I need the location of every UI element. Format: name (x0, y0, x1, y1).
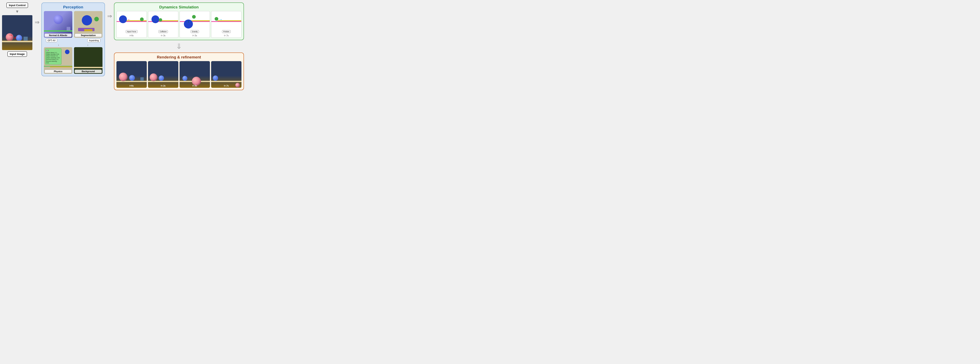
arrow-down-1: ↓ (58, 43, 59, 46)
rendering-panel: Rendering & refinement t=0s (114, 53, 244, 90)
physics-text: [Object Mass]: 0.1; [Object Density]: 0.… (46, 52, 60, 64)
input-control-box: Input Control (6, 2, 28, 8)
connector-row: GPT-4V Inpainting (44, 38, 102, 42)
rf2-timestamp: t=.5s (192, 85, 197, 87)
df3-pink-line (212, 21, 241, 22)
df3-friction-arrow-icon: → (219, 18, 223, 22)
rf0-shelf (116, 81, 147, 82)
df0-green-ball (140, 18, 144, 21)
dynamics-frame-0: ← Input Force t=0s (116, 11, 147, 38)
df2-timestamp: t=.5s (192, 34, 197, 37)
dynamics-frame-3: → Friction t=.7s (211, 11, 242, 38)
gpt4v-connector: GPT-4V (46, 38, 57, 42)
rf3-shelf (211, 81, 242, 82)
df2-green-ball (192, 15, 196, 19)
inpainting-connector: Inpainting (88, 38, 100, 42)
df0-timestamp: t=0s (130, 34, 134, 37)
rendering-frames: t=0s t=.3s t=.5s (116, 61, 242, 88)
render-frame-1: t=.3s (148, 61, 178, 88)
dynamics-frame-2: ↓ Gravity t=.5s (180, 11, 210, 38)
rf0-blue-ball (129, 75, 135, 81)
input-panel: Input Control ▼ ← ↙ Input Image (2, 2, 32, 57)
bg-shelf (74, 67, 102, 68)
render-frame-3: t=.7s (211, 61, 242, 88)
rf2-pink-ball (192, 77, 201, 86)
dynamics-frame-1: Collision t=.3s (148, 11, 178, 38)
arrows-down-row: ↓ ↓ (44, 43, 102, 46)
df0-blue-ball (119, 15, 127, 23)
perception-grid: Normal & Albedo Segmentation (44, 11, 102, 38)
right-arrow-to-dynamics: ⇒ (107, 2, 112, 19)
perception-cell-physics: 🤖: [Object Mass]: 0.1; [Object Density]:… (44, 47, 72, 74)
perception-title: Perception (44, 5, 102, 10)
rf0-pink-ball (119, 73, 127, 81)
normal-box (67, 27, 70, 30)
normal-albedo-label: Normal & Albedo (45, 34, 72, 37)
rf1-blue-ball (159, 75, 164, 81)
perception-cell-seg: Segmentation (74, 11, 102, 38)
input-image-label: Input Image (7, 51, 27, 57)
dynamics-panel: Dynamics Simulation ← Input Force t=0s (114, 2, 244, 40)
df0-physics-label: Input Force (126, 30, 138, 33)
perception-cell-bg: Background (74, 47, 102, 74)
right-arrow-to-perception: ⇒ (35, 2, 39, 26)
df2-gravity-arrow-icon: ↓ (188, 19, 189, 23)
df2-physics-label: Gravity (191, 30, 199, 33)
perception-panel: Perception Normal & Albedo Segmentation … (41, 2, 105, 76)
red-arrow-icon: ← (8, 32, 13, 38)
df3-timestamp: t=.7s (224, 34, 229, 37)
physics-label: Physics (45, 70, 72, 73)
seg-yellow-rect (84, 29, 92, 31)
vertical-arrow-icon: ⇓ (114, 43, 244, 50)
down-arrow-icon: ▼ (15, 9, 19, 14)
segmentation-label: Segmentation (75, 34, 102, 37)
dynamics-frames: ← Input Force t=0s Collision t=.3s (116, 11, 242, 38)
red-arrow2-icon: ↙ (14, 35, 17, 39)
df3-physics-label: Friction (222, 30, 231, 33)
normal-ball (54, 15, 63, 24)
perception-cell-normal: Normal & Albedo (44, 11, 72, 38)
rf1-timestamp: t=.3s (161, 85, 165, 87)
rf3-blue-ball (213, 75, 218, 81)
rf2-blue-ball (183, 76, 187, 81)
rf3-pink-ball (235, 83, 240, 87)
perception-grid-bottom: 🤖: [Object Mass]: 0.1; [Object Density]:… (44, 47, 102, 74)
physics-gpt-box: 🤖: [Object Mass]: 0.1; [Object Density]:… (45, 48, 62, 65)
scene-box (23, 37, 28, 41)
dynamics-title: Dynamics Simulation (116, 5, 242, 10)
arrow-down-2: ↓ (87, 43, 89, 46)
scene-shelf (2, 41, 32, 42)
rf3-timestamp: t=.7s (224, 85, 229, 87)
df1-blue-ball (151, 15, 159, 23)
df0-red-arrow-icon: ← (127, 18, 130, 22)
rf1-pink-ball (150, 73, 158, 81)
seg-blue-ball (82, 15, 92, 26)
df1-physics-label: Collision (158, 30, 168, 33)
render-frame-2: t=.5s (180, 61, 210, 88)
rf0-box (140, 77, 144, 81)
physics-icon: 🤖: (46, 49, 60, 52)
main-container: Input Control ▼ ← ↙ Input Image ⇒ Percep… (0, 0, 246, 93)
scene-blue-ball (16, 35, 22, 41)
df3-green-ball (215, 17, 218, 21)
rf0-timestamp: t=0s (130, 85, 134, 87)
df1-timestamp: t=.3s (161, 34, 165, 37)
physics-line2 (50, 67, 72, 67)
df1-green-ball (159, 18, 162, 22)
background-label: Background (75, 70, 102, 73)
physics-ball (65, 49, 70, 54)
right-side: Dynamics Simulation ← Input Force t=0s (114, 2, 244, 90)
render-frame-0: t=0s (116, 61, 147, 88)
rendering-title: Rendering & refinement (116, 55, 242, 59)
seg-green-ball (94, 17, 99, 21)
input-image-scene: ← ↙ (2, 15, 32, 50)
